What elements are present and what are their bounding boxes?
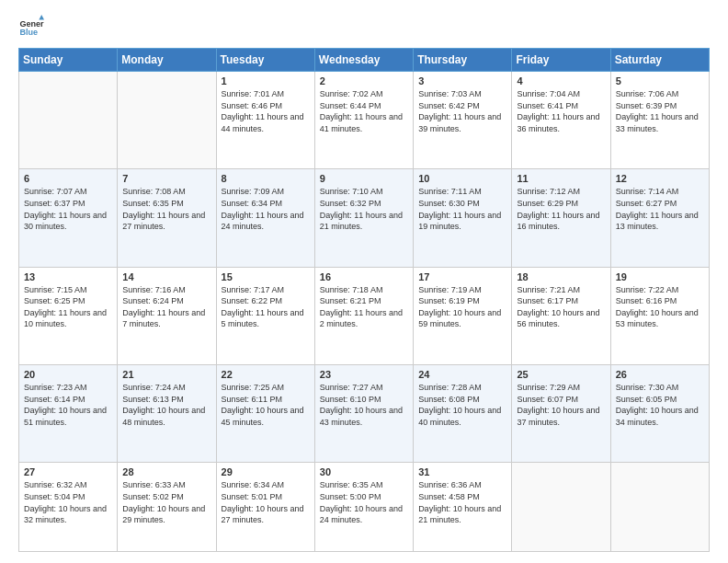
day-number: 17 [418,271,506,282]
cell-info: Sunrise: 7:19 AMSunset: 6:19 PMDaylight:… [418,284,506,330]
sunrise-text: Sunrise: 7:01 AM [222,88,310,100]
day-number: 19 [616,271,704,282]
sunset-text: Sunset: 6:24 PM [122,295,210,307]
day-number: 26 [616,369,704,380]
day-number: 14 [122,271,210,282]
sunrise-text: Sunrise: 7:28 AM [418,382,506,394]
weekday-header: Saturday [610,49,709,72]
cell-info: Sunrise: 6:36 AMSunset: 4:58 PMDaylight:… [418,479,506,525]
cell-info: Sunrise: 6:34 AMSunset: 5:01 PMDaylight:… [222,479,310,525]
daylight-text: Daylight: 10 hours and 53 minutes. [616,307,704,330]
sunset-text: Sunset: 6:11 PM [222,394,310,406]
sunset-text: Sunset: 6:19 PM [418,295,506,307]
sunset-text: Sunset: 4:58 PM [418,491,506,503]
sunset-text: Sunset: 6:27 PM [616,198,704,210]
calendar-cell: 15Sunrise: 7:17 AMSunset: 6:22 PMDayligh… [216,267,314,364]
header: General Blue [18,15,710,40]
sunset-text: Sunset: 6:41 PM [517,100,605,112]
sunset-text: Sunset: 6:22 PM [222,295,310,307]
daylight-text: Daylight: 11 hours and 30 minutes. [24,210,112,233]
calendar-cell: 23Sunrise: 7:27 AMSunset: 6:10 PMDayligh… [314,364,413,462]
sunrise-text: Sunrise: 6:35 AM [320,479,408,491]
cell-info: Sunrise: 7:18 AMSunset: 6:21 PMDaylight:… [320,284,408,330]
daylight-text: Daylight: 11 hours and 24 minutes. [222,210,310,233]
daylight-text: Daylight: 10 hours and 43 minutes. [320,405,408,428]
sunset-text: Sunset: 5:01 PM [222,491,310,503]
calendar-cell: 22Sunrise: 7:25 AMSunset: 6:11 PMDayligh… [216,364,314,462]
calendar-week-row: 27Sunrise: 6:32 AMSunset: 5:04 PMDayligh… [19,463,710,552]
calendar-cell: 21Sunrise: 7:24 AMSunset: 6:13 PMDayligh… [118,364,216,462]
cell-info: Sunrise: 6:33 AMSunset: 5:02 PMDaylight:… [122,479,210,525]
cell-info: Sunrise: 7:16 AMSunset: 6:24 PMDaylight:… [122,284,210,330]
calendar-week-row: 6Sunrise: 7:07 AMSunset: 6:37 PMDaylight… [19,169,710,267]
day-number: 22 [222,369,310,380]
cell-info: Sunrise: 7:17 AMSunset: 6:22 PMDaylight:… [222,284,310,330]
sunset-text: Sunset: 6:39 PM [616,100,704,112]
sunset-text: Sunset: 6:30 PM [418,198,506,210]
cell-info: Sunrise: 7:14 AMSunset: 6:27 PMDaylight:… [616,186,704,232]
cell-info: Sunrise: 6:32 AMSunset: 5:04 PMDaylight:… [24,479,112,525]
sunset-text: Sunset: 6:14 PM [24,394,112,406]
sunset-text: Sunset: 6:21 PM [320,295,408,307]
day-number: 21 [122,369,210,380]
calendar-cell [610,463,709,552]
weekday-header: Monday [118,49,216,72]
sunset-text: Sunset: 6:42 PM [418,100,506,112]
cell-info: Sunrise: 7:03 AMSunset: 6:42 PMDaylight:… [418,88,506,134]
day-number: 4 [517,75,605,86]
calendar-cell: 8Sunrise: 7:09 AMSunset: 6:34 PMDaylight… [216,169,314,267]
sunrise-text: Sunrise: 7:06 AM [616,88,704,100]
daylight-text: Daylight: 10 hours and 59 minutes. [418,307,506,330]
daylight-text: Daylight: 10 hours and 51 minutes. [24,405,112,428]
day-number: 31 [418,466,506,477]
calendar-table: SundayMondayTuesdayWednesdayThursdayFrid… [18,48,710,552]
calendar-cell: 27Sunrise: 6:32 AMSunset: 5:04 PMDayligh… [19,463,118,552]
sunrise-text: Sunrise: 7:27 AM [320,382,408,394]
sunrise-text: Sunrise: 7:24 AM [122,382,210,394]
calendar-cell [512,463,610,552]
weekday-header: Sunday [19,49,118,72]
weekday-header-row: SundayMondayTuesdayWednesdayThursdayFrid… [19,49,710,72]
sunrise-text: Sunrise: 7:07 AM [24,186,112,198]
day-number: 8 [222,173,310,184]
sunrise-text: Sunrise: 7:23 AM [24,382,112,394]
sunset-text: Sunset: 6:37 PM [24,198,112,210]
day-number: 7 [122,173,210,184]
calendar-cell: 26Sunrise: 7:30 AMSunset: 6:05 PMDayligh… [610,364,709,462]
calendar-cell: 3Sunrise: 7:03 AMSunset: 6:42 PMDaylight… [414,72,512,169]
sunrise-text: Sunrise: 7:29 AM [517,382,605,394]
daylight-text: Daylight: 10 hours and 45 minutes. [222,405,310,428]
cell-info: Sunrise: 7:08 AMSunset: 6:35 PMDaylight:… [122,186,210,232]
weekday-header: Thursday [414,49,512,72]
daylight-text: Daylight: 11 hours and 13 minutes. [616,210,704,233]
cell-info: Sunrise: 7:06 AMSunset: 6:39 PMDaylight:… [616,88,704,134]
day-number: 23 [320,369,408,380]
day-number: 6 [24,173,112,184]
day-number: 30 [320,466,408,477]
calendar-cell: 16Sunrise: 7:18 AMSunset: 6:21 PMDayligh… [314,267,413,364]
sunrise-text: Sunrise: 7:25 AM [222,382,310,394]
sunrise-text: Sunrise: 7:12 AM [517,186,605,198]
svg-text:General: General [19,19,44,29]
cell-info: Sunrise: 7:28 AMSunset: 6:08 PMDaylight:… [418,382,506,428]
daylight-text: Daylight: 11 hours and 44 minutes. [222,111,310,134]
sunrise-text: Sunrise: 7:19 AM [418,284,506,296]
cell-info: Sunrise: 7:29 AMSunset: 6:07 PMDaylight:… [517,382,605,428]
sunrise-text: Sunrise: 7:30 AM [616,382,704,394]
day-number: 16 [320,271,408,282]
day-number: 25 [517,369,605,380]
sunset-text: Sunset: 6:46 PM [222,100,310,112]
daylight-text: Daylight: 10 hours and 40 minutes. [418,405,506,428]
day-number: 10 [418,173,506,184]
sunrise-text: Sunrise: 7:21 AM [517,284,605,296]
cell-info: Sunrise: 7:11 AMSunset: 6:30 PMDaylight:… [418,186,506,232]
sunset-text: Sunset: 6:13 PM [122,394,210,406]
sunset-text: Sunset: 5:00 PM [320,491,408,503]
calendar-cell: 5Sunrise: 7:06 AMSunset: 6:39 PMDaylight… [610,72,709,169]
cell-info: Sunrise: 7:30 AMSunset: 6:05 PMDaylight:… [616,382,704,428]
daylight-text: Daylight: 10 hours and 32 minutes. [24,503,112,526]
cell-info: Sunrise: 7:07 AMSunset: 6:37 PMDaylight:… [24,186,112,232]
cell-info: Sunrise: 6:35 AMSunset: 5:00 PMDaylight:… [320,479,408,525]
svg-marker-2 [39,15,44,20]
day-number: 28 [122,466,210,477]
